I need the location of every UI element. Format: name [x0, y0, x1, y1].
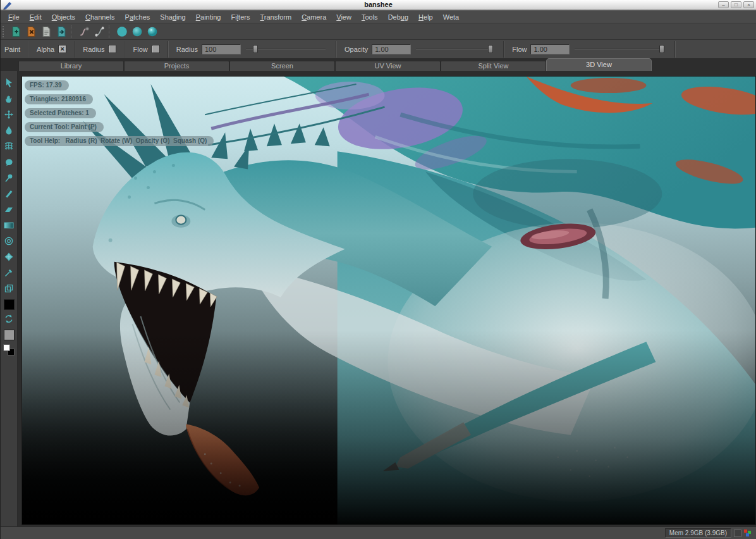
- tool-name-label: Paint: [4, 46, 20, 53]
- gem-tool-icon[interactable]: [2, 250, 16, 264]
- tab-projects[interactable]: Projects: [124, 61, 229, 71]
- warp-grid-tool-icon[interactable]: [2, 139, 16, 153]
- drop-tool-icon[interactable]: [2, 123, 16, 137]
- menu-tools[interactable]: Tools: [357, 11, 383, 23]
- alpha-checkbox[interactable]: ×: [58, 45, 66, 53]
- menu-view[interactable]: View: [331, 11, 357, 23]
- menu-objects[interactable]: Objects: [47, 11, 80, 23]
- pin-tool-icon[interactable]: [2, 171, 16, 185]
- separator: [503, 41, 504, 58]
- hud-selected-patches: Selected Patches: 1: [25, 108, 96, 118]
- flow-toggle-label: Flow: [133, 46, 147, 53]
- maximize-icon[interactable]: □: [731, 1, 741, 8]
- tab-uv-view[interactable]: UV View: [335, 61, 441, 71]
- hud-fps: FPS: 17.39: [25, 80, 69, 90]
- connect-points-icon[interactable]: [76, 25, 92, 39]
- menu-camera[interactable]: Camera: [296, 11, 331, 23]
- status-indicator-box: [734, 530, 741, 537]
- separator: [74, 41, 75, 58]
- memory-usage: Mem 2.9GB (3.9GB): [665, 528, 731, 538]
- alpha-label: Alpha: [37, 46, 54, 53]
- paint-stroke-tool-icon[interactable]: [2, 187, 16, 201]
- flow-slider[interactable]: [575, 45, 664, 53]
- separator: [168, 41, 169, 58]
- titlebar: banshee – □ ×: [1, 0, 756, 10]
- view-tabbar: Library Projects Screen UV View Split Vi…: [1, 58, 756, 71]
- menu-debug[interactable]: Debug: [383, 11, 413, 23]
- opacity-input[interactable]: [372, 44, 411, 54]
- radius-label: Radius: [176, 46, 198, 53]
- brush-glossy-icon[interactable]: [145, 25, 160, 39]
- menu-weta[interactable]: Weta: [438, 11, 464, 23]
- separator: [336, 41, 337, 58]
- hud-triangles: Triangles: 2180916: [25, 94, 93, 104]
- menu-file[interactable]: File: [3, 11, 25, 23]
- duplicate-tool-icon[interactable]: [2, 282, 16, 295]
- secondary-color-swatch[interactable]: [4, 330, 15, 340]
- menu-painting[interactable]: Painting: [191, 11, 226, 23]
- flow-label: Flow: [512, 46, 527, 53]
- app-icon: [2, 1, 13, 9]
- flow-input[interactable]: [530, 44, 570, 54]
- viewport-hud: FPS: 17.39 Triangles: 2180916 Selected P…: [25, 80, 214, 150]
- radius-input[interactable]: [202, 44, 241, 54]
- menu-channels[interactable]: Channels: [80, 11, 120, 23]
- 3d-viewport[interactable]: FPS: 17.39 Triangles: 2180916 Selected P…: [21, 76, 756, 525]
- separator: [28, 41, 29, 58]
- toolbar-separator: [109, 25, 113, 38]
- radius-slider[interactable]: [246, 45, 326, 53]
- tool-palette: [1, 71, 18, 526]
- rgb-channels-icon[interactable]: [744, 529, 752, 537]
- menu-help[interactable]: Help: [413, 11, 438, 23]
- hud-current-tool: Current Tool: Paint (P): [25, 122, 104, 132]
- statusbar: Mem 2.9GB (3.9GB): [1, 526, 756, 539]
- menu-filters[interactable]: Filters: [226, 11, 255, 23]
- foreground-color-swatch[interactable]: [3, 344, 10, 351]
- select-tool-icon[interactable]: [2, 76, 16, 90]
- app-window: banshee – □ × File Edit Objects Channels…: [0, 0, 756, 539]
- move-tool-icon[interactable]: [2, 108, 16, 121]
- menu-patches[interactable]: Patches: [120, 11, 155, 23]
- radius-checkbox[interactable]: [108, 45, 116, 53]
- pan-tool-icon[interactable]: [2, 92, 16, 106]
- gradient-tool-icon[interactable]: [2, 218, 16, 232]
- separator: [124, 41, 125, 58]
- minimize-icon[interactable]: –: [718, 1, 729, 8]
- separator: [674, 41, 676, 58]
- flow-checkbox[interactable]: [152, 45, 160, 53]
- close-icon[interactable]: ×: [743, 1, 754, 8]
- tab-screen[interactable]: Screen: [229, 61, 335, 71]
- main-toolbar: [1, 23, 756, 39]
- toolbar-separator: [71, 25, 75, 38]
- menubar: File Edit Objects Channels Patches Shadi…: [1, 10, 756, 23]
- edit-curve-icon[interactable]: [92, 25, 107, 39]
- brush-soft-icon[interactable]: [130, 25, 145, 39]
- tab-3d-view[interactable]: 3D View: [546, 58, 652, 71]
- opacity-slider[interactable]: [416, 45, 493, 53]
- import-image-icon[interactable]: [54, 25, 69, 39]
- radius-toggle-label: Radius: [83, 46, 104, 53]
- tab-library[interactable]: Library: [18, 61, 124, 71]
- paint-options-bar: Paint Alpha × Radius Flow Radius Opacity…: [1, 39, 756, 58]
- menu-shading[interactable]: Shading: [155, 11, 190, 23]
- window-title: banshee: [1, 0, 756, 9]
- close-project-icon[interactable]: [23, 25, 39, 39]
- opacity-label: Opacity: [344, 46, 368, 53]
- tab-split-view[interactable]: Split View: [441, 61, 546, 71]
- eyedropper-tool-icon[interactable]: [2, 266, 16, 280]
- swap-colors-icon[interactable]: [2, 312, 16, 326]
- menu-edit[interactable]: Edit: [25, 11, 47, 23]
- primary-color-swatch[interactable]: [4, 299, 15, 310]
- new-project-icon[interactable]: [8, 25, 23, 39]
- foreground-background-swatches[interactable]: [3, 344, 15, 356]
- main-area: FPS: 17.39 Triangles: 2180916 Selected P…: [1, 71, 756, 526]
- eraser-tool-icon[interactable]: [2, 202, 16, 216]
- brush-hard-icon[interactable]: [114, 25, 130, 39]
- save-snapshot-icon[interactable]: [39, 25, 54, 39]
- menu-transform[interactable]: Transform: [255, 11, 296, 23]
- toolbar-grip[interactable]: [3, 26, 6, 37]
- hud-tool-help: Tool Help: Radius (R) Rotate (W) Opacity…: [25, 136, 214, 146]
- clone-tool-icon[interactable]: [2, 234, 16, 248]
- smudge-tool-icon[interactable]: [2, 155, 16, 169]
